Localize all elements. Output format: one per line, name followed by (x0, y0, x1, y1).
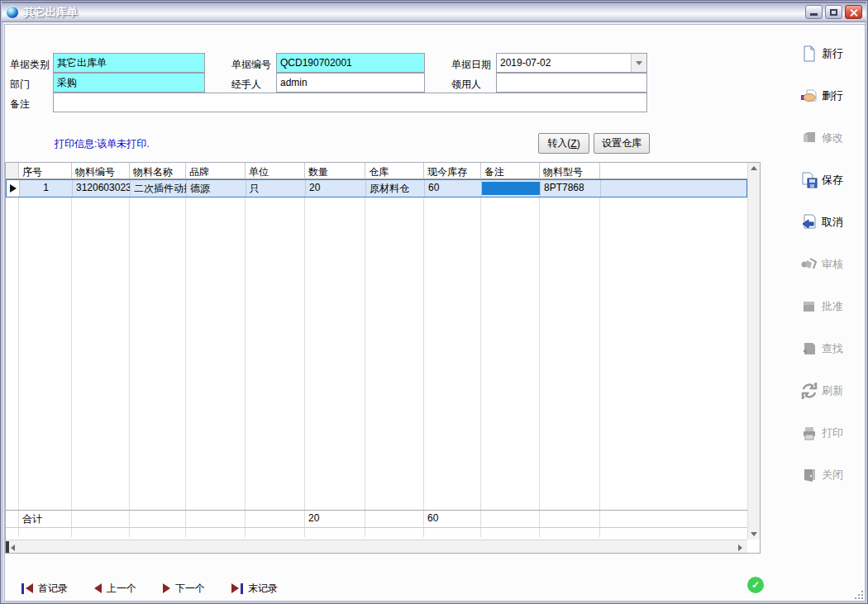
recipient-label: 领用人 (451, 78, 496, 91)
scroll-down-icon[interactable] (751, 532, 757, 536)
stub-col (19, 528, 72, 537)
set-warehouse-button[interactable]: 设置仓库 (594, 133, 650, 154)
stub-col (481, 528, 540, 537)
transfer-hotkey: Z (570, 138, 576, 150)
cell-name[interactable]: 二次插件动插 (131, 180, 187, 197)
doc-date-dropdown-button[interactable] (631, 54, 646, 72)
window-title: 其它出库单 (24, 5, 803, 20)
column-header-warehouse[interactable]: 仓库 (365, 163, 424, 179)
column-header-unit[interactable]: 单位 (246, 163, 305, 179)
refresh-icon (800, 382, 818, 400)
stub-col (424, 528, 481, 537)
column-header-code[interactable]: 物料编号 (72, 163, 130, 179)
column-header-brand[interactable]: 品牌 (186, 163, 246, 179)
stub-col (246, 528, 305, 537)
status-ok-icon: ✓ (747, 577, 764, 593)
maximize-button[interactable] (825, 5, 842, 19)
department-input[interactable] (53, 73, 205, 93)
minimize-icon (810, 13, 818, 16)
print-icon (800, 424, 818, 442)
totals-empty (72, 511, 130, 527)
toolbar-button-save[interactable]: 保存 (795, 168, 861, 193)
find-icon (800, 340, 818, 358)
remark-cell-editor[interactable] (482, 180, 541, 197)
cell-unit[interactable]: 只 (246, 180, 306, 197)
toolbar-label: 批准 (822, 299, 843, 314)
toolbar-button-approve: 批准 (795, 294, 861, 319)
cell-brand[interactable]: 德源 (187, 180, 246, 197)
vertical-scrollbar[interactable] (747, 163, 760, 540)
doc-date-value: 2019-07-02 (497, 57, 631, 69)
cell-seq[interactable]: 1 (20, 180, 73, 197)
column-header-stock[interactable]: 现今库存 (424, 163, 481, 179)
close-button[interactable] (845, 5, 862, 19)
toolbar-button-delete-row[interactable]: 删行 (795, 83, 861, 108)
column-header-filler (600, 163, 747, 179)
totals-row: 合计 20 60 (6, 510, 747, 528)
stub-col (600, 528, 747, 537)
doc-date-combobox[interactable]: 2019-07-02 (496, 53, 647, 73)
column-header-seq[interactable]: 序号 (19, 163, 72, 179)
minimize-button[interactable] (805, 5, 823, 19)
next-record-button[interactable]: 下一个 (163, 582, 205, 596)
doc-type-label: 单据类别 (10, 58, 55, 71)
doc-date-label: 单据日期 (451, 58, 496, 71)
handler-label: 经手人 (231, 78, 276, 91)
resize-grip[interactable] (852, 588, 863, 599)
cell-stock[interactable]: 60 (425, 180, 482, 197)
cell-code[interactable]: 3120603023 (73, 180, 131, 197)
scroll-up-icon[interactable] (751, 166, 757, 170)
grid-header-row: 序号 物料编号 物料名称 品牌 单位 数量 仓库 现今库存 备注 物料型号 (6, 163, 747, 179)
cell-warehouse[interactable]: 原材料仓 (366, 180, 425, 197)
toolbar-button-modify: 修改 (795, 126, 861, 150)
table-row[interactable]: 1 3120603023 二次插件动插 德源 只 20 原材料仓 60 8PT7… (6, 179, 747, 197)
toolbar-button-find: 查找 (795, 336, 861, 361)
empty-col (481, 197, 540, 510)
scroll-right-icon[interactable] (738, 545, 742, 551)
empty-col (305, 197, 365, 510)
column-header-name[interactable]: 物料名称 (130, 163, 186, 179)
grid-stub-row (6, 528, 747, 537)
approve-icon (800, 297, 818, 316)
empty-col (6, 197, 19, 510)
first-record-button[interactable]: 首记录 (21, 582, 68, 596)
toolbar-button-new-row[interactable]: 新行 (795, 41, 861, 66)
scroll-left-icon[interactable] (11, 545, 15, 551)
column-header-model[interactable]: 物料型号 (540, 163, 600, 179)
toolbar-button-cancel[interactable]: 取消 (795, 210, 861, 235)
horizontal-scroll-thumb[interactable] (6, 541, 9, 553)
save-icon (800, 171, 818, 189)
last-record-icon (241, 583, 243, 594)
transfer-button[interactable]: 转入(Z) (538, 133, 589, 154)
doc-no-input[interactable] (276, 53, 425, 73)
left-arrow-icon (94, 583, 102, 593)
totals-stock: 60 (424, 511, 481, 527)
totals-label: 合计 (19, 511, 72, 527)
handler-input[interactable] (276, 73, 425, 93)
chevron-down-icon (636, 61, 642, 65)
delete-row-icon (800, 87, 818, 105)
last-record-button[interactable]: 末记录 (231, 582, 278, 596)
cell-qty[interactable]: 20 (306, 180, 366, 197)
column-header-remark[interactable]: 备注 (481, 163, 540, 179)
toolbar-button-print: 打印 (795, 421, 861, 445)
doc-no-label: 单据编号 (231, 58, 276, 71)
doc-type-input[interactable] (53, 53, 205, 73)
transfer-label: 转入( (547, 136, 570, 150)
cell-model[interactable]: 8PT7868 (541, 180, 601, 197)
row-selector-header (6, 163, 19, 179)
horizontal-scrollbar[interactable] (6, 540, 747, 553)
totals-empty (540, 511, 600, 527)
new-row-icon (800, 45, 818, 63)
empty-col (130, 197, 186, 510)
column-header-qty[interactable]: 数量 (305, 163, 365, 179)
close-icon (849, 8, 858, 17)
toolbar-label: 查找 (822, 341, 843, 356)
print-info-text: 打印信息:该单未打印. (55, 137, 150, 151)
previous-record-button[interactable]: 上一个 (94, 582, 136, 596)
right-arrow-icon (163, 583, 170, 593)
remark-input[interactable] (53, 93, 647, 112)
toolbar-button-close: 关闭 (795, 463, 861, 487)
row-selector-cell[interactable] (7, 180, 20, 197)
recipient-input[interactable] (496, 73, 647, 93)
